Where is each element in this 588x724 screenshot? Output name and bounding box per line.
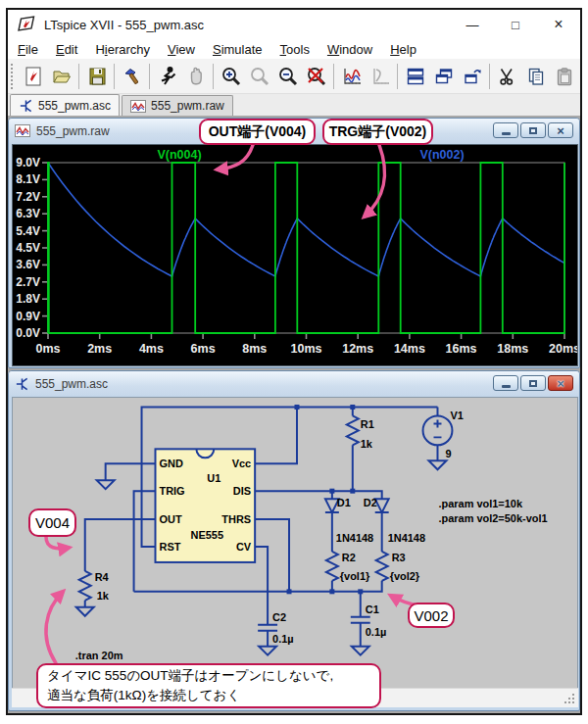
copy-button[interactable] xyxy=(521,62,550,91)
spice-error-log-button[interactable] xyxy=(366,62,394,91)
schematic-window-titlebar[interactable]: 555_pwm.asc × xyxy=(9,371,579,396)
menu-tools[interactable]: Tools xyxy=(272,41,318,58)
zoom-out-button[interactable] xyxy=(273,62,302,91)
cascade-icon xyxy=(433,66,455,87)
schematic-window-title: 555_pwm.asc xyxy=(35,377,108,391)
waveform-icon xyxy=(15,124,30,137)
svg-text:1N4148: 1N4148 xyxy=(388,532,425,544)
tile-horizontal-icon xyxy=(405,66,426,87)
title-bar[interactable]: LTspice XVII - 555_pwm.asc — □ × xyxy=(8,10,580,39)
svg-text:1k: 1k xyxy=(97,590,110,602)
x-tick-label: 14ms xyxy=(394,342,425,356)
x-tick-label: 10ms xyxy=(291,342,322,356)
menu-help[interactable]: Help xyxy=(382,41,424,58)
minimize-button[interactable]: — xyxy=(451,10,494,39)
zoom-out-icon xyxy=(277,66,299,87)
schem-close-button[interactable]: × xyxy=(548,375,573,391)
svg-text:NE555: NE555 xyxy=(191,529,224,541)
svg-text:D2: D2 xyxy=(364,497,377,508)
open-folder-icon xyxy=(51,66,73,87)
ltspice-logo-icon xyxy=(17,16,36,33)
open-button[interactable] xyxy=(47,62,75,91)
resize-grip[interactable] xyxy=(572,701,574,703)
x-tick-label: 8ms xyxy=(242,342,267,356)
paste-button[interactable] xyxy=(550,62,578,91)
resistor-r4[interactable]: R4 1k xyxy=(79,571,110,602)
new-schematic-button[interactable] xyxy=(19,62,47,91)
waveform-plot[interactable]: 9.0V8.1V7.2V6.3V5.4V4.5V3.6V2.7V1.8V0.9V… xyxy=(13,145,577,365)
menu-edit[interactable]: Edit xyxy=(48,41,85,58)
svg-text:RST: RST xyxy=(159,541,180,553)
schematic-icon xyxy=(19,99,33,113)
svg-text:R3: R3 xyxy=(392,552,406,563)
save-floppy-icon xyxy=(86,66,108,87)
note-line-1: タイマIC 555のOUT端子はオープンにしないで, xyxy=(47,666,333,686)
x-tick-label: 18ms xyxy=(497,342,528,356)
resistor-r1[interactable]: R1 1k xyxy=(347,415,374,450)
legend-v-n004[interactable]: V(n004) xyxy=(157,148,201,162)
param-directive-1[interactable]: .param vol1=10k xyxy=(438,498,522,509)
menu-simulate[interactable]: Simulate xyxy=(205,41,270,58)
app-window: LTspice XVII - 555_pwm.asc — □ × FileEdi… xyxy=(6,8,582,715)
tran-directive[interactable]: .tran 20m xyxy=(75,650,123,661)
x-tick-label: 16ms xyxy=(446,342,477,356)
tab-555-pwm-raw[interactable]: 555_pwm.raw xyxy=(122,95,233,116)
legend-v-n002[interactable]: V(n002) xyxy=(419,148,464,162)
save-button[interactable] xyxy=(82,62,111,91)
y-tick-label: 1.8V xyxy=(16,292,40,306)
pan-hand-icon xyxy=(185,66,207,87)
svg-text:D1: D1 xyxy=(337,497,351,508)
tile-vertical-button[interactable] xyxy=(429,62,458,91)
pan-button[interactable] xyxy=(181,62,210,91)
v002-callout: V002 xyxy=(408,603,455,628)
x-tick-label: 0ms xyxy=(35,342,60,356)
wave-minimize-button[interactable] xyxy=(493,122,518,138)
svg-text:R4: R4 xyxy=(95,571,110,583)
resistor-r3[interactable]: R3 {vol2} xyxy=(376,552,420,582)
run-man-icon xyxy=(157,66,178,87)
schem-restore-button[interactable] xyxy=(520,375,546,391)
svg-text:9: 9 xyxy=(445,448,451,459)
schematic-pane[interactable]: GND TRIG OUT RST Vcc DIS THRS CV U1 NE55… xyxy=(12,397,578,689)
control-panel-button[interactable] xyxy=(118,62,146,91)
toolbar xyxy=(8,59,580,94)
menu-hierarchy[interactable]: Hierarchy xyxy=(87,41,158,58)
toolbar-grip[interactable] xyxy=(11,64,15,89)
resistor-r2[interactable]: R2 {vol1} xyxy=(326,552,370,582)
tab-bar: 555_pwm.asc 555_pwm.raw xyxy=(8,94,580,116)
voltage-source-v1[interactable]: V1 9 xyxy=(423,410,464,459)
cut-button[interactable] xyxy=(493,62,521,91)
zoom-in-button[interactable] xyxy=(217,62,245,91)
y-tick-label: 5.4V xyxy=(16,224,40,238)
zoom-area-button[interactable] xyxy=(245,62,273,91)
param-directive-2[interactable]: .param vol2=50k-vol1 xyxy=(438,512,547,524)
wires[interactable] xyxy=(85,407,438,646)
close-button[interactable]: × xyxy=(537,10,580,39)
capacitor-c2[interactable]: C2 0.1µ xyxy=(258,611,293,645)
y-tick-label: 0.9V xyxy=(16,310,40,323)
wave-close-button[interactable]: × xyxy=(548,122,573,138)
menu-file[interactable]: File xyxy=(10,41,46,58)
maximize-button[interactable]: □ xyxy=(494,10,537,39)
schematic-canvas[interactable]: GND TRIG OUT RST Vcc DIS THRS CV U1 NE55… xyxy=(13,398,577,688)
y-tick-label: 8.1V xyxy=(16,172,40,186)
svg-text:Vcc: Vcc xyxy=(232,458,252,469)
zoom-full-extents-button[interactable] xyxy=(302,62,330,91)
tile-horizontal-button[interactable] xyxy=(401,62,429,91)
plot-waveform-button[interactable] xyxy=(337,62,366,91)
svg-text:{vol1}: {vol1} xyxy=(340,570,370,582)
waveform-pane[interactable]: 9.0V8.1V7.2V6.3V5.4V4.5V3.6V2.7V1.8V0.9V… xyxy=(12,144,578,366)
menu-window[interactable]: Window xyxy=(319,41,380,58)
menu-view[interactable]: View xyxy=(160,41,203,58)
schem-minimize-button[interactable] xyxy=(493,375,518,391)
wave-restore-button[interactable] xyxy=(520,122,546,138)
capacitor-c1[interactable]: C1 0.1µ xyxy=(351,603,386,638)
run-button[interactable] xyxy=(153,62,181,91)
zoom-in-icon xyxy=(220,66,242,87)
tab-555-pwm-asc[interactable]: 555_pwm.asc xyxy=(10,94,120,116)
zoom-area-icon-disabled xyxy=(249,66,270,87)
svg-text:1k: 1k xyxy=(361,438,373,450)
cascade-windows-button[interactable] xyxy=(458,62,486,91)
ic-ne555[interactable]: GND TRIG OUT RST Vcc DIS THRS CV U1 NE55… xyxy=(155,449,255,562)
svg-text:CV: CV xyxy=(236,541,252,553)
